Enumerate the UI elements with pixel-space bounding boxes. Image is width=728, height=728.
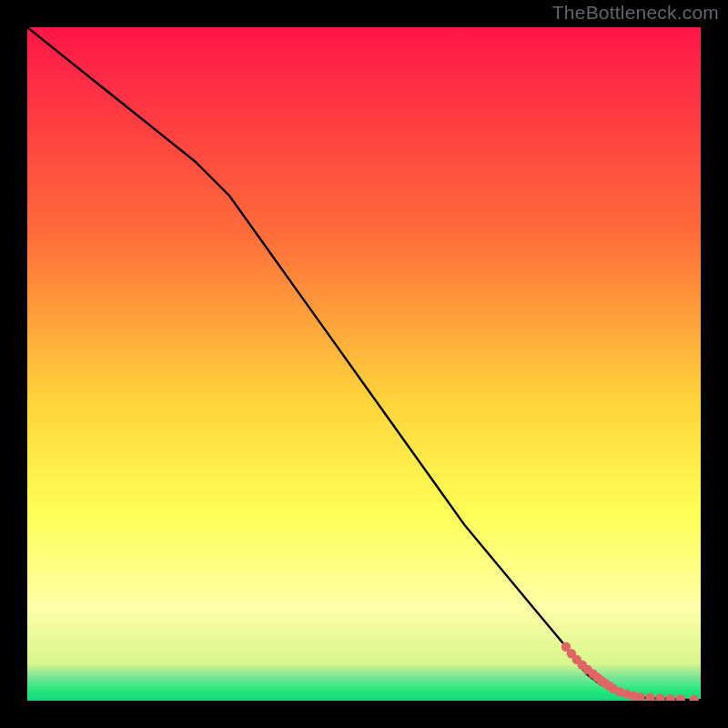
chart-plot — [27, 27, 701, 701]
gradient-rect — [27, 27, 701, 701]
chart-frame: TheBottleneck.com — [0, 0, 728, 728]
watermark-text: TheBottleneck.com — [552, 2, 719, 24]
